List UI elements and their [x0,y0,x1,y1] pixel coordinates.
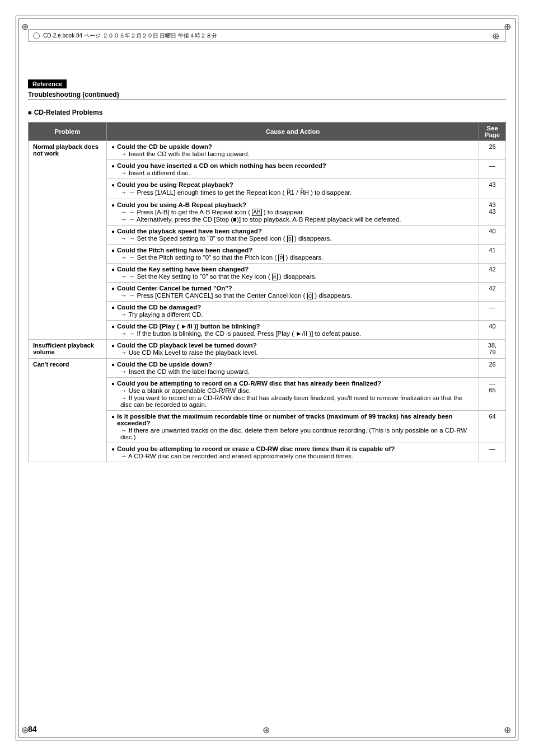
bullet-answer: → Press [A-B] to get the A-B Repeat icon… [111,209,474,215]
top-inner-border [18,18,516,19]
section-heading: CD-Related Problems [28,109,102,116]
bottom-inner-border [18,737,516,738]
col-header-problem: Problem [29,123,107,141]
cause-cell-3-1: Could the CD be upside down? Insert the … [107,359,479,378]
bullet-question: Could the CD be damaged? [111,304,474,311]
cause-cell-3-3: Is it possible that the maximum recordab… [107,411,479,443]
left-border [16,16,16,740]
bullet-question: Could the CD be upside down? [111,361,474,368]
bullet-question: Could you be attempting to record or era… [111,445,474,452]
bullet-answer: If there are unwanted tracks on the disc… [111,427,474,440]
cause-cell-1-8: Could Center Cancel be turned "On"? → Pr… [107,283,479,302]
left-inner-border [18,18,19,738]
file-info-crosshair [33,32,40,39]
page-cell: 26 [479,359,506,378]
title-underline [28,100,506,100]
cause-cell-1-7: Could the Key setting have been changed?… [107,264,479,283]
reference-label: Reference [28,79,67,88]
center-crosshair-bottom [263,725,271,735]
bullet-question: Could you be using A-B Repeat playback? [111,201,474,208]
cause-cell-1-1: Could the CD be upside down? Insert the … [107,141,479,160]
file-info-crosshair-right [492,31,501,40]
problem-label-2: Insufficient playback volume [33,342,94,355]
bullet-answer: → Set the Key setting to "0" so that the… [111,273,474,280]
cause-cell-1-9: Could the CD be damaged? Try playing a d… [107,302,479,321]
bullet-answer: A CD-RW disc can be recorded and erased … [111,453,474,459]
problem-label-1: Normal playback does not work [33,143,99,157]
page: CD-2.e.book 84 ページ ２００５年２月２０日 日曜日 午後４時２８… [0,0,534,756]
problem-cell-1: Normal playback does not work [29,141,107,340]
right-border [518,16,518,740]
cause-cell-1-3: Could you be using Repeat playback? → Pr… [107,179,479,199]
problem-label-3: Can't record [33,361,69,368]
cause-cell-3-2: Could you be attempting to record on a C… [107,378,479,411]
bullet-question: Could the playback speed have been chang… [111,228,474,234]
top-border [16,16,518,16]
table-row: Normal playback does not work Could the … [29,141,506,160]
bullet-answer: → Set the Speed setting to "0" so that t… [111,235,474,242]
bullet-answer-2: If you want to record on a CD-R/RW disc … [111,395,474,408]
page-cell: 64 [479,411,506,443]
bullet-question: Could Center Cancel be turned "On"? [111,285,474,292]
page-cell: — [479,443,506,462]
page-cell: 42 [479,283,506,302]
page-cell: 43 43 [479,199,506,226]
bullet-answer-2: → Alternatively, press the CD [Stop (■)]… [111,216,474,223]
file-info-bar: CD-2.e.book 84 ページ ２００５年２月２０日 日曜日 午後４時２８… [28,29,506,42]
col-header-cause: Cause and Action [107,123,479,141]
page-cell: — [479,302,506,321]
bullet-answer: Insert the CD with the label facing upwa… [111,368,474,375]
page-cell: 42 [479,264,506,283]
bullet-question: Is it possible that the maximum recordab… [111,413,474,426]
bullet-question: Could you have inserted a CD on which no… [111,162,474,169]
cause-cell-1-4: Could you be using A-B Repeat playback? … [107,199,479,226]
bullet-answer: Try playing a different CD. [111,311,474,318]
bullet-question: Could the CD be upside down? [111,143,474,150]
page-cell: 38, 79 [479,340,506,359]
problem-cell-2: Insufficient playback volume [29,340,107,359]
cause-cell-3-4: Could you be attempting to record or era… [107,443,479,462]
main-table: Problem Cause and Action SeePage Normal … [28,122,506,462]
bullet-answer: → If the button is blinking, the CD is p… [111,330,474,337]
table-row: Can't record Could the CD be upside down… [29,359,506,378]
corner-crosshair-br [504,725,513,735]
bottom-border [16,740,518,740]
page-cell: 40 [479,226,506,245]
page-cell: 43 [479,179,506,199]
bullet-answer-1: Use a blank or appendable CD-R/RW disc. [111,387,474,394]
page-cell: 41 [479,245,506,264]
page-cell: 40 [479,321,506,340]
page-cell: — [479,160,506,179]
col-header-page: SeePage [479,123,506,141]
right-inner-border [515,18,516,738]
page-cell: — 65 [479,378,506,411]
bullet-answer: Use CD Mix Level to raise the playback l… [111,349,474,356]
bullet-answer: → Set the Pitch setting to "0" so that t… [111,254,474,261]
bullet-answer: → Press [CENTER CANCEL] so that the Cent… [111,292,474,299]
problem-cell-3: Can't record [29,359,107,462]
page-cell: 26 [479,141,506,160]
bullet-question: Could the CD playback level be turned do… [111,342,474,349]
cause-cell-1-5: Could the playback speed have been chang… [107,226,479,245]
page-number: 84 [28,725,37,734]
cause-cell-1-6: Could the Pitch setting have been change… [107,245,479,264]
bullet-question: Could the Key setting have been changed? [111,266,474,273]
bullet-question: Could you be attempting to record on a C… [111,380,474,387]
bullet-answer: Insert the CD with the label facing upwa… [111,151,474,157]
file-info-text: CD-2.e.book 84 ページ ２００５年２月２０日 日曜日 午後４時２８… [43,32,217,40]
cause-cell-1-2: Could you have inserted a CD on which no… [107,160,479,179]
cause-cell-2-1: Could the CD playback level be turned do… [107,340,479,359]
bullet-answer: → Press [1/ALL] enough times to get the … [111,189,474,196]
cause-cell-1-10: Could the CD [Play ( ►/II )] button be b… [107,321,479,340]
table-row: Insufficient playback volume Could the C… [29,340,506,359]
bullet-question: Could the Pitch setting have been change… [111,247,474,253]
bullet-question: Could the CD [Play ( ►/II )] button be b… [111,323,474,330]
troubleshooting-title: Troubleshooting (continued) [28,91,119,98]
bullet-answer: Insert a different disc. [111,170,474,176]
bullet-question: Could you be using Repeat playback? [111,181,474,188]
